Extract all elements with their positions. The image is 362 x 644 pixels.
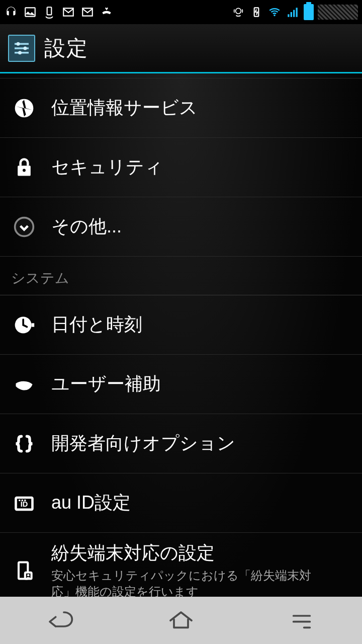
list-item[interactable]: セキュリティ xyxy=(0,138,362,197)
battery-full-icon xyxy=(304,4,314,20)
svg-rect-21 xyxy=(32,323,35,327)
mail-icon xyxy=(61,5,75,19)
compass-icon xyxy=(10,97,38,119)
item-label: au ID設定 xyxy=(51,491,131,515)
missed-call-icon xyxy=(100,5,114,19)
status-bar-right xyxy=(231,4,358,20)
headphones-icon xyxy=(4,5,18,19)
list-item[interactable]: 開発者向けオプション xyxy=(0,414,362,473)
section-header-system: システム xyxy=(0,257,362,295)
svg-point-29 xyxy=(27,574,29,576)
settings-app-icon xyxy=(8,35,35,62)
svg-point-2 xyxy=(236,8,241,14)
battery-portrait-icon xyxy=(249,5,263,19)
id-card-icon: ID xyxy=(10,492,38,514)
item-subtitle: 安心セキュリティパックにおける「紛失端末対応」機能の設定を行います xyxy=(51,568,333,597)
list-item[interactable]: アカウントと同期 xyxy=(0,73,362,78)
svg-rect-7 xyxy=(293,10,295,17)
item-label: その他... xyxy=(51,214,122,239)
list-item[interactable]: ユーザー補助 xyxy=(0,355,362,414)
picture-icon xyxy=(23,5,37,19)
recent-apps-button[interactable] xyxy=(288,605,316,635)
list-item[interactable]: 紛失端末対応の設定 安心セキュリティパックにおける「紛失端末対応」機能の設定を行… xyxy=(0,533,362,597)
wifi-icon xyxy=(267,5,282,19)
svg-point-24 xyxy=(19,499,21,501)
status-bar-left xyxy=(4,5,114,19)
list-item[interactable]: 日付と時刻 xyxy=(0,295,362,355)
svg-point-18 xyxy=(23,169,26,172)
hand-icon xyxy=(10,373,38,395)
more-circle-icon xyxy=(10,216,38,238)
phone-sync-icon xyxy=(42,5,56,19)
item-label: 位置情報サービス xyxy=(51,96,198,120)
app-bar: 設定 xyxy=(0,24,362,73)
silent-vibrate-icon xyxy=(231,5,245,19)
settings-content[interactable]: アカウントと同期 位置情報サービス セキュリティ その他... システム xyxy=(0,73,362,597)
list-item[interactable]: ID au ID設定 xyxy=(0,473,362,533)
braces-icon xyxy=(10,433,38,455)
navigation-bar xyxy=(0,597,362,644)
svg-text:ID: ID xyxy=(21,500,28,508)
svg-point-15 xyxy=(18,51,22,54)
item-label: 日付と時刻 xyxy=(51,312,142,337)
list-item[interactable]: 位置情報サービス xyxy=(0,78,362,138)
svg-rect-6 xyxy=(291,12,292,17)
svg-point-19 xyxy=(15,217,34,236)
item-label: 紛失端末対応の設定 xyxy=(51,541,333,566)
mail-icon xyxy=(80,5,95,19)
signal-icon xyxy=(286,5,300,19)
list-item[interactable]: その他... xyxy=(0,197,362,257)
svg-point-13 xyxy=(17,42,20,45)
item-label: セキュリティ xyxy=(51,155,163,180)
svg-point-4 xyxy=(274,15,275,16)
clock-icon xyxy=(10,314,38,336)
settings-list: アカウントと同期 位置情報サービス セキュリティ その他... システム xyxy=(0,73,362,597)
svg-point-14 xyxy=(24,46,27,50)
page-title: 設定 xyxy=(44,34,88,62)
svg-point-25 xyxy=(22,499,24,501)
svg-rect-8 xyxy=(296,8,298,17)
svg-rect-1 xyxy=(47,7,52,15)
lock-icon xyxy=(10,156,38,179)
clock-obscured xyxy=(318,5,358,20)
back-button[interactable] xyxy=(46,605,74,635)
item-label: 開発者向けオプション xyxy=(51,431,235,456)
home-button[interactable] xyxy=(167,605,195,635)
svg-rect-5 xyxy=(288,14,289,17)
svg-point-26 xyxy=(24,499,26,501)
status-bar xyxy=(0,0,362,24)
item-label: ユーザー補助 xyxy=(51,372,161,396)
lost-phone-icon xyxy=(10,559,38,582)
